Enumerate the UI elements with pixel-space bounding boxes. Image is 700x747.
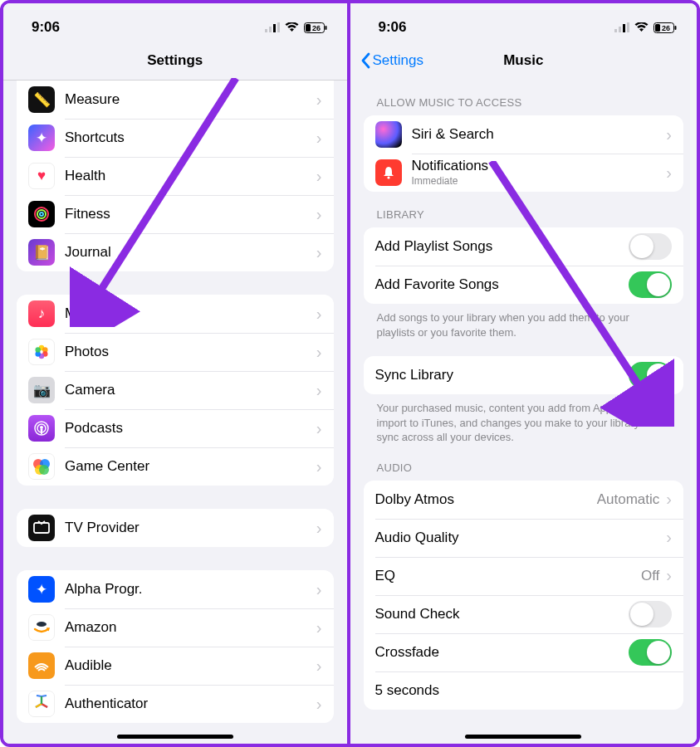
measure-icon: 📏 xyxy=(28,86,55,113)
chevron-icon: › xyxy=(316,519,322,538)
settings-group-system: 📏 Measure › ✦ Shortcuts › ♥ Health › Fit… xyxy=(17,81,334,271)
camera-icon: 📷 xyxy=(28,377,55,403)
battery-icon: 26 xyxy=(304,22,327,33)
chevron-icon: › xyxy=(316,343,322,362)
row-label: Notifications xyxy=(412,159,665,174)
health-icon: ♥ xyxy=(28,163,55,189)
svg-text:26: 26 xyxy=(311,24,320,32)
group-library: Add Playlist Songs Add Favorite Songs xyxy=(364,227,684,304)
chevron-icon: › xyxy=(666,164,672,183)
row-crossfade[interactable]: Crossfade xyxy=(364,633,684,671)
chevron-icon: › xyxy=(316,381,322,400)
nav-bar: Settings Music xyxy=(350,42,698,80)
chevron-icon: › xyxy=(666,566,672,585)
home-indicator xyxy=(117,735,233,739)
section-header-library: LIBRARY xyxy=(350,192,698,227)
row-label: Dolby Atmos xyxy=(375,491,597,508)
authenticator-icon xyxy=(28,691,55,717)
row-add-playlist-songs[interactable]: Add Playlist Songs xyxy=(364,227,684,266)
row-notifications[interactable]: Notifications Immediate › xyxy=(364,154,684,192)
svg-point-16 xyxy=(36,347,41,352)
row-dolby-atmos[interactable]: Dolby Atmos Automatic › xyxy=(364,481,684,519)
row-siri-search[interactable]: Siri & Search › xyxy=(364,115,684,154)
row-sound-check[interactable]: Sound Check xyxy=(364,595,684,633)
chevron-icon: › xyxy=(316,129,322,148)
journal-icon: 📔 xyxy=(28,239,55,266)
row-audio-quality[interactable]: Audio Quality › xyxy=(364,519,684,557)
row-audible[interactable]: Audible › xyxy=(17,647,334,685)
toggle-sync-library[interactable] xyxy=(629,362,672,388)
toggle-sound-check[interactable] xyxy=(629,601,672,627)
wifi-icon xyxy=(285,22,299,32)
svg-rect-0 xyxy=(265,29,267,32)
row-label: Audible xyxy=(65,657,315,674)
chevron-icon: › xyxy=(316,305,322,324)
row-label: Music xyxy=(65,305,315,322)
row-game-center[interactable]: Game Center › xyxy=(17,447,334,486)
chevron-icon: › xyxy=(316,205,322,224)
row-label: Game Center xyxy=(65,458,315,475)
back-button[interactable]: Settings xyxy=(360,52,423,69)
page-title: Settings xyxy=(147,52,203,69)
chevron-icon: › xyxy=(316,90,322,110)
status-time: 9:06 xyxy=(32,19,60,36)
row-health[interactable]: ♥ Health › xyxy=(17,157,334,195)
status-icons: 26 xyxy=(614,22,677,33)
alpha-icon: ✦ xyxy=(28,576,55,603)
svg-rect-3 xyxy=(277,22,280,32)
group-audio: Dolby Atmos Automatic › Audio Quality › … xyxy=(364,481,684,710)
svg-rect-2 xyxy=(273,24,276,32)
row-label: Fitness xyxy=(65,206,315,222)
row-camera[interactable]: 📷 Camera › xyxy=(17,371,334,409)
toggle-add-favorite[interactable] xyxy=(629,271,672,298)
row-journal[interactable]: 📔 Journal › xyxy=(17,233,334,271)
chevron-icon: › xyxy=(316,457,322,476)
row-alpha-progr[interactable]: ✦ Alpha Progr. › xyxy=(17,570,334,608)
row-fitness[interactable]: Fitness › xyxy=(17,195,334,233)
notifications-icon xyxy=(375,159,402,186)
row-eq[interactable]: EQ Off › xyxy=(364,557,684,595)
settings-group-media: ♪ Music › Photos › 📷 Camera › Podcasts › xyxy=(17,295,334,486)
row-label: Measure xyxy=(65,91,315,108)
row-add-favorite-songs[interactable]: Add Favorite Songs xyxy=(364,266,684,304)
row-music[interactable]: ♪ Music › xyxy=(17,295,334,333)
amazon-icon xyxy=(28,614,55,641)
svg-rect-33 xyxy=(675,26,677,30)
group-sync: Sync Library xyxy=(364,356,684,394)
podcasts-icon xyxy=(28,415,55,442)
row-tv-provider[interactable]: TV Provider › xyxy=(17,509,334,547)
row-sync-library[interactable]: Sync Library xyxy=(364,356,684,394)
svg-point-35 xyxy=(387,176,389,178)
settings-group-tv: TV Provider › xyxy=(17,509,334,547)
row-label: Audio Quality xyxy=(375,530,665,546)
status-time: 9:06 xyxy=(379,19,407,36)
toggle-crossfade[interactable] xyxy=(629,639,672,666)
toggle-add-playlist[interactable] xyxy=(629,233,672,260)
shortcuts-icon: ✦ xyxy=(28,124,55,151)
row-label: 5 seconds xyxy=(375,682,673,699)
svg-point-9 xyxy=(37,210,46,218)
section-header-audio: AUDIO xyxy=(350,445,698,481)
row-label: Shortcuts xyxy=(65,129,315,146)
row-label: Sound Check xyxy=(375,606,629,622)
row-detail: Automatic xyxy=(597,491,660,508)
row-amazon[interactable]: Amazon › xyxy=(17,608,334,647)
row-crossfade-duration[interactable]: 5 seconds xyxy=(364,671,684,710)
audible-icon xyxy=(28,652,55,679)
row-photos[interactable]: Photos › xyxy=(17,333,334,371)
svg-rect-30 xyxy=(627,22,629,32)
row-label: Sync Library xyxy=(375,367,629,383)
chevron-icon: › xyxy=(316,419,322,438)
row-authenticator[interactable]: Authenticator › xyxy=(17,685,334,723)
row-podcasts[interactable]: Podcasts › xyxy=(17,409,334,447)
chevron-icon: › xyxy=(316,167,322,186)
row-detail: Off xyxy=(641,568,659,584)
tvprovider-icon xyxy=(28,515,55,541)
library-footer: Add songs to your library when you add t… xyxy=(350,304,698,339)
row-shortcuts[interactable]: ✦ Shortcuts › xyxy=(17,119,334,157)
chevron-icon: › xyxy=(666,125,672,144)
photos-icon xyxy=(28,339,55,365)
svg-rect-27 xyxy=(614,29,617,32)
row-label: Camera xyxy=(65,382,315,398)
row-measure[interactable]: 📏 Measure › xyxy=(17,81,334,119)
